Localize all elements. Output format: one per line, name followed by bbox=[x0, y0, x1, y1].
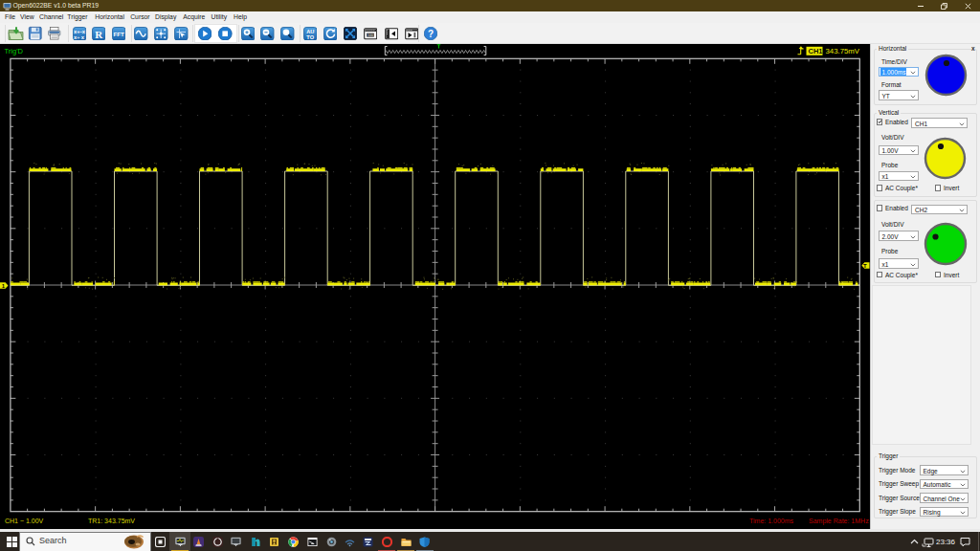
svg-text:R: R bbox=[95, 28, 103, 39]
svg-text:T: T bbox=[863, 263, 867, 269]
svg-text:TO: TO bbox=[306, 34, 314, 40]
svg-text:CH1 ~ 1.00V: CH1 ~ 1.00V bbox=[5, 517, 44, 523]
svg-text:CH1: CH1 bbox=[809, 47, 823, 55]
svg-text:TR1: 343.75mV: TR1: 343.75mV bbox=[88, 517, 135, 523]
svg-text:100: 100 bbox=[368, 33, 373, 37]
svg-text:Time: 1.000ms: Time: 1.000ms bbox=[749, 517, 794, 523]
svg-text:Sample Rate: 1MHz: Sample Rate: 1MHz bbox=[809, 517, 869, 524]
svg-text:343.75mV: 343.75mV bbox=[826, 47, 860, 55]
svg-text:FFT: FFT bbox=[113, 31, 124, 37]
svg-text:?: ? bbox=[427, 29, 433, 39]
svg-text:x÷: x÷ bbox=[74, 34, 80, 40]
svg-text:Trig'D: Trig'D bbox=[5, 47, 24, 55]
